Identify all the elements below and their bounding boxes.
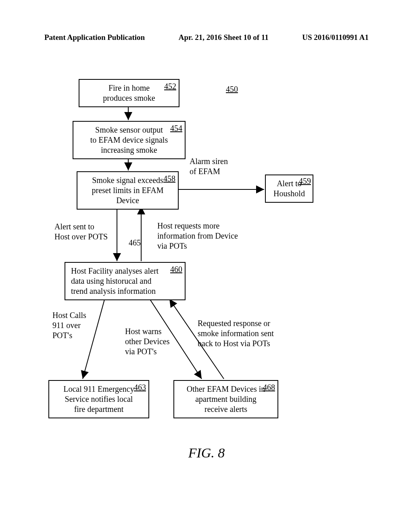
- page-header: Patent Application Publication Apr. 21, …: [0, 33, 413, 42]
- ref-458: 458: [163, 174, 175, 184]
- box-458-text: Smoke signal exceeds preset limits in EF…: [92, 176, 164, 205]
- ref-463: 463: [134, 382, 146, 393]
- flow-diagram: Fire in home produces smoke 452 Smoke se…: [0, 60, 413, 463]
- box-454-text: Smoke sensor output to EFAM device signa…: [90, 125, 168, 154]
- box-460-text: Host Facility analyses alert data using …: [71, 266, 159, 295]
- label-host-requests: Host requests more information from Devi…: [157, 221, 238, 251]
- box-468-text: Other EFAM Devices in apartment building…: [187, 384, 265, 414]
- ref-468: 468: [263, 382, 275, 393]
- box-458: Smoke signal exceeds preset limits in EF…: [77, 171, 179, 210]
- box-452-text: Fire in home produces smoke: [103, 83, 155, 102]
- ref-454: 454: [170, 123, 182, 133]
- box-454: Smoke sensor output to EFAM device signa…: [73, 121, 186, 159]
- header-center: Apr. 21, 2016 Sheet 10 of 11: [179, 33, 269, 42]
- label-host-warns: Host warns other Devices via POT's: [125, 326, 170, 357]
- figure-caption: FIG. 8: [0, 445, 413, 461]
- ref-465: 465: [129, 238, 141, 248]
- box-459: Alert to Houshold 459: [265, 175, 313, 203]
- box-452: Fire in home produces smoke 452: [79, 79, 179, 107]
- ref-452: 452: [164, 81, 176, 91]
- ref-459: 459: [299, 176, 311, 186]
- ref-450: 450: [226, 85, 238, 94]
- box-468: Other EFAM Devices in apartment building…: [173, 380, 278, 418]
- box-463-text: Local 911 Emergency Service notifies loc…: [63, 384, 134, 414]
- label-alert-host: Alert sent to Host over POTS: [54, 222, 108, 242]
- header-left: Patent Application Publication: [44, 33, 145, 42]
- box-463: Local 911 Emergency Service notifies loc…: [48, 380, 149, 418]
- label-requested-response: Requested response or smoke information …: [198, 318, 274, 349]
- header-right: US 2016/0110991 A1: [302, 33, 369, 42]
- box-460: Host Facility analyses alert data using …: [65, 262, 186, 300]
- ref-460: 460: [170, 264, 182, 274]
- label-host-calls-911: Host Calls 911 over POT's: [52, 310, 86, 341]
- label-alarm-siren: Alarm siren of EFAM: [190, 156, 228, 177]
